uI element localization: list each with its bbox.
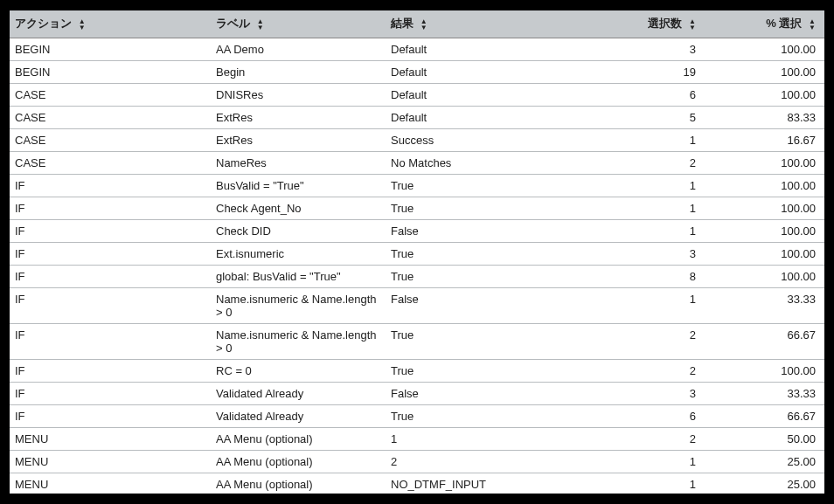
cell-pct: 100.00 [705,266,824,288]
cell-result: Success [386,129,582,152]
cell-result: Default [386,107,582,129]
cell-count: 6 [582,84,705,107]
cell-action: IF [10,288,211,324]
cell-result: True [386,405,582,428]
table-row[interactable]: CASEDNISResDefault6100.00 [10,84,824,107]
cell-action: CASE [10,152,211,175]
table-row[interactable]: IFCheck DIDFalse1100.00 [10,220,824,243]
col-action-label: アクション [15,17,72,30]
cell-action: IF [10,405,211,428]
cell-action: IF [10,324,211,360]
col-count-label: 選択数 [648,17,682,30]
cell-pct: 33.33 [705,383,824,405]
table-row[interactable]: IFName.isnumeric & Name.length > 0False1… [10,288,824,324]
cell-pct: 66.67 [705,324,824,360]
col-result-header[interactable]: 結果 [386,10,582,38]
cell-result: False [386,383,582,405]
cell-pct: 100.00 [705,152,824,175]
cell-pct: 25.00 [705,473,824,494]
cell-pct: 100.00 [705,175,824,197]
cell-result: Default [386,84,582,107]
table-row[interactable]: IFValidated AlreadyFalse333.33 [10,383,824,405]
table-row[interactable]: BEGINAA DemoDefault3100.00 [10,38,824,61]
cell-label: RC = 0 [211,360,386,383]
table-row[interactable]: MENUAA Menu (optional)2125.00 [10,451,824,473]
cell-action: MENU [10,428,211,451]
cell-label: ExtRes [211,107,386,129]
cell-result: True [386,197,582,220]
cell-label: Ext.isnumeric [211,243,386,266]
col-pct-header[interactable]: % 選択 [705,10,824,38]
cell-action: IF [10,197,211,220]
table-row[interactable]: IFValidated AlreadyTrue666.67 [10,405,824,428]
table-row[interactable]: IFName.isnumeric & Name.length > 0True26… [10,324,824,360]
table-row[interactable]: CASENameResNo Matches2100.00 [10,152,824,175]
cell-label: DNISRes [211,84,386,107]
table-row[interactable]: MENUAA Menu (optional)1250.00 [10,428,824,451]
cell-count: 6 [582,405,705,428]
table-row[interactable]: CASEExtResDefault583.33 [10,107,824,129]
cell-pct: 100.00 [705,197,824,220]
cell-action: CASE [10,84,211,107]
cell-result: True [386,360,582,383]
sort-icon [809,18,816,31]
table-row[interactable]: BEGINBeginDefault19100.00 [10,61,824,84]
cell-action: IF [10,266,211,288]
col-label-label: ラベル [216,17,250,30]
cell-pct: 66.67 [705,405,824,428]
col-action-header[interactable]: アクション [10,10,211,38]
cell-count: 1 [582,451,705,473]
cell-count: 8 [582,266,705,288]
col-label-header[interactable]: ラベル [211,10,386,38]
cell-action: BEGIN [10,38,211,61]
sort-icon [257,18,264,31]
cell-pct: 25.00 [705,451,824,473]
cell-count: 1 [582,175,705,197]
cell-pct: 100.00 [705,243,824,266]
cell-action: CASE [10,129,211,152]
sort-icon [79,18,86,31]
cell-label: global: BusValid = "True" [211,266,386,288]
cell-action: IF [10,383,211,405]
cell-count: 1 [582,197,705,220]
cell-label: ExtRes [211,129,386,152]
cell-count: 3 [582,243,705,266]
cell-label: Validated Already [211,383,386,405]
app-frame: アクション ラベル 結果 選択数 [0,0,834,504]
table-row[interactable]: IFExt.isnumericTrue3100.00 [10,243,824,266]
cell-action: IF [10,243,211,266]
header-row: アクション ラベル 結果 選択数 [10,10,824,38]
cell-result: Default [386,61,582,84]
cell-pct: 16.67 [705,129,824,152]
cell-action: BEGIN [10,61,211,84]
cell-action: IF [10,360,211,383]
cell-action: IF [10,220,211,243]
cell-label: NameRes [211,152,386,175]
cell-pct: 100.00 [705,84,824,107]
table-row[interactable]: IFBusValid = "True"True1100.00 [10,175,824,197]
cell-label: AA Menu (optional) [211,473,386,494]
cell-count: 3 [582,383,705,405]
cell-count: 1 [582,220,705,243]
cell-action: MENU [10,451,211,473]
col-pct-label: % 選択 [766,17,802,30]
cell-label: AA Demo [211,38,386,61]
table-row[interactable]: IFRC = 0True2100.00 [10,360,824,383]
cell-label: Name.isnumeric & Name.length > 0 [211,324,386,360]
cell-label: AA Menu (optional) [211,428,386,451]
cell-label: Check DID [211,220,386,243]
cell-count: 5 [582,107,705,129]
cell-pct: 83.33 [705,107,824,129]
table-row[interactable]: IFglobal: BusValid = "True"True8100.00 [10,266,824,288]
data-table: アクション ラベル 結果 選択数 [10,10,824,494]
table-row[interactable]: MENUAA Menu (optional)NO_DTMF_INPUT125.0… [10,473,824,494]
col-count-header[interactable]: 選択数 [582,10,705,38]
cell-pct: 100.00 [705,360,824,383]
table-row[interactable]: IFCheck Agent_NoTrue1100.00 [10,197,824,220]
cell-pct: 100.00 [705,38,824,61]
table-row[interactable]: CASEExtResSuccess116.67 [10,129,824,152]
cell-count: 2 [582,428,705,451]
cell-label: Begin [211,61,386,84]
cell-result: True [386,243,582,266]
cell-result: No Matches [386,152,582,175]
